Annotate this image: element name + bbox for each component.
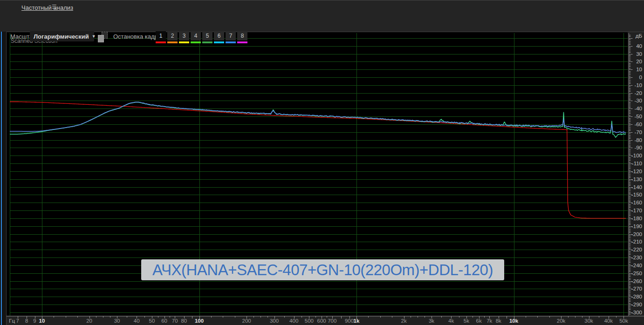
svg-text:20: 20 <box>636 59 642 64</box>
svg-text:10: 10 <box>39 318 45 324</box>
hold-button-label: 6 <box>214 31 224 41</box>
hold-button-label: 3 <box>179 31 189 41</box>
svg-text:30k: 30k <box>584 318 593 324</box>
svg-text:-20: -20 <box>634 90 642 96</box>
hold-color-bar <box>191 41 201 43</box>
svg-text:40: 40 <box>636 43 642 49</box>
hold-button-2[interactable]: 2 <box>167 31 178 43</box>
svg-text:-90: -90 <box>634 145 642 150</box>
svg-text:-250: -250 <box>631 271 642 276</box>
svg-text:-290: -290 <box>631 302 642 307</box>
svg-text:30: 30 <box>636 51 642 57</box>
hold-button-3[interactable]: 3 <box>179 31 189 43</box>
hold-button-1[interactable]: 1 <box>156 31 166 43</box>
svg-text:1k: 1k <box>354 318 360 324</box>
hold-color-bar <box>202 41 212 43</box>
svg-text:-140: -140 <box>631 184 642 190</box>
svg-text:8: 8 <box>25 318 28 324</box>
svg-text:-220: -220 <box>631 247 642 252</box>
copy-to-clipboard-button[interactable] <box>97 32 108 43</box>
hold-color-bar <box>156 41 166 43</box>
svg-text:-30: -30 <box>634 98 642 103</box>
hold-buttons-group: 12345678 <box>156 31 247 43</box>
panel-focus-accent <box>1 32 2 325</box>
svg-text:-130: -130 <box>631 176 642 182</box>
svg-text:Гц: Гц <box>9 318 15 324</box>
svg-text:40: 40 <box>134 318 140 324</box>
hold-button-7[interactable]: 7 <box>226 31 236 43</box>
svg-text:-200: -200 <box>631 231 642 237</box>
toolbar: Масштаб: Логарифмический ▼ Остановка кад… <box>0 14 644 32</box>
hold-button-label: 4 <box>191 31 201 41</box>
svg-text:20: 20 <box>86 318 92 324</box>
svg-text:0: 0 <box>639 74 642 80</box>
svg-text:-160: -160 <box>631 200 642 205</box>
svg-text:50: 50 <box>149 318 155 324</box>
titlebar: Частотный анализ ☰ <box>0 0 644 14</box>
svg-text:-190: -190 <box>631 223 642 229</box>
copy-icon-front <box>98 35 104 42</box>
svg-text:-230: -230 <box>631 255 642 260</box>
hold-button-5[interactable]: 5 <box>202 31 212 43</box>
svg-text:500: 500 <box>305 318 314 324</box>
svg-text:-280: -280 <box>631 294 642 299</box>
svg-text:-80: -80 <box>634 137 642 143</box>
svg-text:-70: -70 <box>634 129 642 135</box>
svg-text:-10: -10 <box>634 82 642 88</box>
svg-text:7k: 7k <box>486 318 492 324</box>
hold-button-label: 2 <box>167 31 178 41</box>
hold-color-bar <box>167 41 178 43</box>
hold-color-bar <box>237 41 247 43</box>
svg-text:3k: 3k <box>429 318 434 324</box>
svg-text:7: 7 <box>16 318 19 324</box>
svg-text:6k: 6k <box>476 318 482 324</box>
svg-text:-50: -50 <box>634 114 642 119</box>
hold-button-4[interactable]: 4 <box>191 31 201 43</box>
svg-text:60: 60 <box>161 318 167 324</box>
svg-text:200: 200 <box>242 318 251 324</box>
svg-text:10: 10 <box>636 67 642 72</box>
svg-text:40k: 40k <box>604 318 613 324</box>
hold-button-label: 7 <box>226 31 236 41</box>
panel-menu-icon[interactable]: ☰ <box>52 4 57 10</box>
svg-text:-260: -260 <box>631 278 642 284</box>
svg-text:-100: -100 <box>631 153 642 158</box>
svg-text:10k: 10k <box>509 318 519 324</box>
svg-text:80: 80 <box>181 318 187 324</box>
svg-text:700: 700 <box>328 318 336 324</box>
svg-text:-110: -110 <box>632 161 642 166</box>
svg-text:-270: -270 <box>631 286 642 291</box>
hold-button-label: 5 <box>202 31 212 41</box>
svg-text:8k: 8k <box>496 318 501 324</box>
svg-text:-40: -40 <box>634 106 642 111</box>
svg-text:4k: 4k <box>448 318 454 324</box>
svg-text:5k: 5k <box>464 318 469 324</box>
hold-button-6[interactable]: 6 <box>214 31 224 43</box>
hold-color-bar <box>214 41 224 43</box>
scale-select-value: Логарифмический <box>34 33 89 40</box>
tab-frequency-analysis[interactable]: Частотный анализ <box>21 4 73 11</box>
svg-text:100: 100 <box>195 318 204 324</box>
svg-text:-210: -210 <box>631 239 642 244</box>
svg-text:70: 70 <box>172 318 178 324</box>
chevron-down-icon: ▼ <box>92 34 96 39</box>
svg-text:900: 900 <box>345 318 354 324</box>
svg-text:400: 400 <box>289 318 298 324</box>
svg-text:-240: -240 <box>631 263 642 268</box>
hold-button-8[interactable]: 8 <box>237 31 247 43</box>
svg-text:-150: -150 <box>631 192 642 197</box>
svg-text:-60: -60 <box>634 122 642 127</box>
svg-text:-170: -170 <box>631 208 642 213</box>
svg-text:-120: -120 <box>631 169 642 174</box>
svg-text:-300: -300 <box>631 310 642 315</box>
hold-color-bar <box>179 41 189 43</box>
svg-text:-180: -180 <box>631 216 642 221</box>
svg-text:30: 30 <box>114 318 120 324</box>
chart-caption: АЧХ(HANA+SAEC-407+GN-10(220Om)+DDL-120) <box>141 259 504 280</box>
hold-color-bar <box>226 41 236 43</box>
frequency-analysis-panel: дБ403020100-10-20-30-40-50-60-70-80-90-1… <box>0 0 644 325</box>
svg-text:20k: 20k <box>557 318 566 324</box>
scale-select[interactable]: Логарифмический ▼ <box>30 31 94 41</box>
svg-text:9: 9 <box>33 318 36 324</box>
svg-text:300: 300 <box>270 318 279 324</box>
